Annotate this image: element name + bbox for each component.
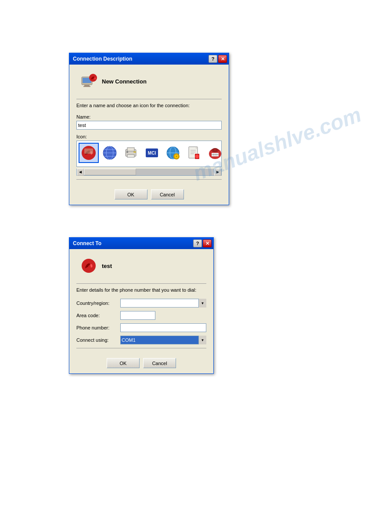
test-connection-icon bbox=[80, 257, 97, 275]
svg-rect-15 bbox=[126, 151, 128, 153]
separator1 bbox=[76, 99, 222, 99]
connect-using-select[interactable]: COM1 COM2 COM3 bbox=[120, 336, 206, 344]
titlebar-connection-description: Connection Description ? ✕ bbox=[69, 53, 229, 65]
dialog2-title: Connect To bbox=[71, 240, 193, 246]
dialog1-header-title: New Connection bbox=[102, 78, 147, 85]
svg-point-40 bbox=[82, 259, 96, 273]
dialog2-separator2 bbox=[76, 348, 206, 348]
svg-rect-16 bbox=[133, 152, 136, 152]
icon-item-5[interactable] bbox=[163, 143, 183, 163]
icon-item-2[interactable] bbox=[100, 143, 120, 163]
scrollbar-left-btn[interactable]: ◀ bbox=[77, 169, 84, 176]
dialog1-buttons: OK Cancel bbox=[76, 186, 222, 199]
scrollbar-track[interactable] bbox=[84, 169, 214, 175]
svg-rect-6 bbox=[84, 148, 93, 154]
cancel-button-dialog1[interactable]: Cancel bbox=[151, 189, 184, 199]
svg-point-33 bbox=[212, 148, 219, 152]
icon-scrollbar[interactable]: ◀ ▶ bbox=[76, 169, 222, 176]
phone-number-input[interactable] bbox=[120, 323, 206, 332]
dialog2-header-title: test bbox=[102, 263, 112, 269]
area-code-label: Area code: bbox=[76, 313, 120, 318]
connect-to-dialog: Connect To ? ✕ test Enter details for th… bbox=[69, 237, 214, 374]
close-button-dialog1[interactable]: ✕ bbox=[218, 55, 227, 63]
area-code-row: Area code: bbox=[76, 311, 206, 320]
phone-number-row: Phone number: bbox=[76, 323, 206, 332]
titlebar-connect-to: Connect To ? ✕ bbox=[69, 238, 213, 249]
dialog2-content: test Enter details for the phone number … bbox=[69, 249, 213, 373]
svg-rect-2 bbox=[84, 85, 90, 86]
dialog1-header: New Connection bbox=[76, 70, 222, 93]
country-row: Country/region: ▼ bbox=[76, 299, 206, 308]
dialog2-header: test bbox=[76, 254, 206, 277]
icon-label: Icon: bbox=[76, 134, 222, 139]
ok-button-dialog2[interactable]: OK bbox=[107, 358, 140, 368]
dialog1-title: Connection Description bbox=[71, 56, 209, 62]
svg-rect-13 bbox=[127, 148, 134, 151]
titlebar-buttons-2: ? ✕ bbox=[193, 239, 212, 247]
icon-item-3[interactable] bbox=[121, 143, 141, 163]
connect-using-row: Connect using: COM1 COM2 COM3 ▼ bbox=[76, 336, 206, 344]
titlebar-buttons: ? ✕ bbox=[209, 55, 227, 63]
scrollbar-thumb[interactable] bbox=[84, 169, 136, 175]
connect-using-label: Connect using: bbox=[76, 337, 120, 343]
connection-description-dialog: Connection Description ? ✕ bbox=[69, 53, 229, 205]
country-label: Country/region: bbox=[76, 300, 120, 306]
dialog2-instruction: Enter details for the phone number that … bbox=[76, 287, 206, 293]
svg-rect-14 bbox=[127, 155, 134, 157]
scrollbar-right-btn[interactable]: ▶ bbox=[214, 169, 221, 176]
separator2 bbox=[76, 179, 222, 180]
area-code-input[interactable] bbox=[120, 311, 155, 320]
help-button-dialog1[interactable]: ? bbox=[209, 55, 217, 63]
icon-item-6[interactable] bbox=[184, 143, 204, 163]
dialog2-separator1 bbox=[76, 283, 206, 284]
icon-grid-items: MCI bbox=[77, 141, 222, 166]
svg-rect-3 bbox=[83, 86, 90, 87]
name-input[interactable] bbox=[76, 121, 222, 130]
svg-point-24 bbox=[176, 156, 177, 157]
country-select[interactable] bbox=[120, 299, 206, 308]
close-button-dialog2[interactable]: ✕ bbox=[203, 239, 212, 247]
help-button-dialog2[interactable]: ? bbox=[193, 239, 202, 247]
dialog1-content: New Connection Enter a name and choose a… bbox=[69, 65, 229, 205]
icon-item-7[interactable] bbox=[205, 143, 222, 163]
dialog1-instruction: Enter a name and choose an icon for the … bbox=[76, 103, 222, 108]
new-connection-icon bbox=[80, 72, 97, 90]
phone-number-label: Phone number: bbox=[76, 325, 120, 330]
icon-grid[interactable]: MCI bbox=[76, 141, 222, 167]
icon-item-1[interactable] bbox=[79, 143, 99, 163]
svg-text:MCI: MCI bbox=[148, 151, 156, 156]
country-select-wrapper[interactable]: ▼ bbox=[120, 299, 206, 308]
svg-point-31 bbox=[195, 155, 199, 158]
icon-item-4[interactable]: MCI bbox=[142, 143, 162, 163]
ok-button-dialog1[interactable]: OK bbox=[115, 189, 147, 199]
connect-using-wrapper[interactable]: COM1 COM2 COM3 ▼ bbox=[120, 336, 206, 344]
dialog2-buttons: OK Cancel bbox=[76, 355, 206, 368]
name-label: Name: bbox=[76, 114, 222, 119]
cancel-button-dialog2[interactable]: Cancel bbox=[143, 358, 176, 368]
